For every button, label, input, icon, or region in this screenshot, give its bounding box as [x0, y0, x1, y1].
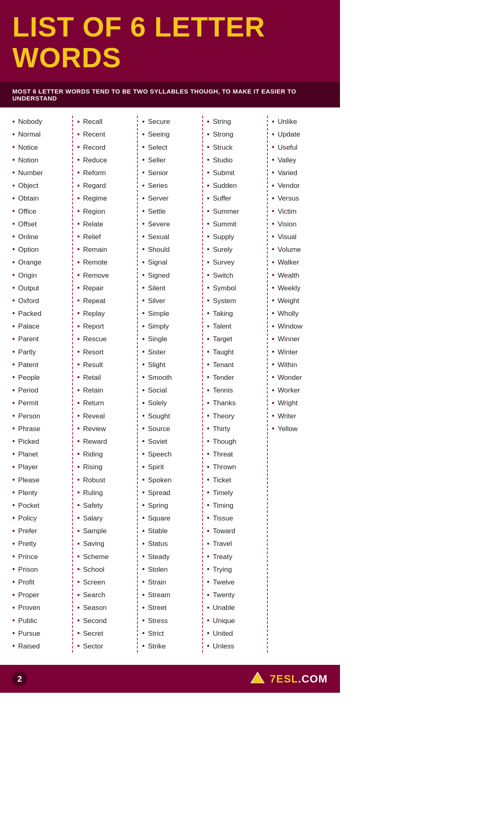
- list-item: Offset: [12, 218, 68, 231]
- list-item: Thirty: [207, 422, 263, 435]
- list-item: Single: [142, 333, 198, 346]
- list-item: Valley: [272, 154, 328, 167]
- word-list-3: SecureSeeingSelectSellerSeniorSeriesServ…: [142, 116, 198, 653]
- list-item: Summit: [207, 218, 263, 231]
- list-item: System: [207, 294, 263, 307]
- list-item: Thanks: [207, 397, 263, 410]
- word-list-2: RecallRecentRecordReduceReformRegardRegi…: [77, 116, 133, 653]
- content-area: NobodyNormalNoticeNotionNumberObjectObta…: [0, 107, 340, 661]
- logo-domain: .COM: [298, 673, 328, 685]
- list-item: Twelve: [207, 576, 263, 589]
- list-item: Object: [12, 180, 68, 192]
- list-item: Period: [12, 384, 68, 397]
- list-item: Remote: [77, 256, 133, 269]
- list-item: Signal: [142, 256, 198, 269]
- list-item: Retain: [77, 384, 133, 397]
- list-item: Person: [12, 410, 68, 422]
- list-item: Robust: [77, 474, 133, 486]
- header: LIST OF 6 LETTER WORDS: [0, 0, 340, 82]
- list-item: Safety: [77, 499, 133, 512]
- list-item: Summer: [207, 205, 263, 218]
- list-item: Spring: [142, 499, 198, 512]
- list-item: Plenty: [12, 486, 68, 499]
- list-item: Rising: [77, 461, 133, 474]
- list-item: Window: [272, 320, 328, 333]
- list-item: Symbol: [207, 282, 263, 294]
- list-item: Settle: [142, 205, 198, 218]
- list-item: Worker: [272, 384, 328, 397]
- list-item: Spoken: [142, 474, 198, 486]
- list-item: Second: [77, 614, 133, 627]
- list-item: Source: [142, 422, 198, 435]
- word-list-5: UnlikeUpdateUsefulValleyVariedVendorVers…: [272, 116, 328, 436]
- list-item: Scheme: [77, 550, 133, 563]
- list-item: Review: [77, 422, 133, 435]
- list-item: Winner: [272, 333, 328, 346]
- list-item: Wealth: [272, 269, 328, 282]
- list-item: Unless: [207, 640, 263, 653]
- list-item: Street: [142, 602, 198, 614]
- list-item: Number: [12, 167, 68, 179]
- list-item: Permit: [12, 397, 68, 410]
- list-item: Writer: [272, 410, 328, 422]
- list-item: Riding: [77, 448, 133, 461]
- list-item: Soviet: [142, 435, 198, 448]
- list-item: Origin: [12, 269, 68, 282]
- list-item: Suffer: [207, 192, 263, 205]
- logo-highlight: 7ESL: [270, 673, 298, 685]
- list-item: Stress: [142, 614, 198, 627]
- list-item: Supply: [207, 231, 263, 243]
- list-item: Obtain: [12, 192, 68, 205]
- list-item: Pretty: [12, 538, 68, 550]
- list-item: Picked: [12, 435, 68, 448]
- list-item: Timely: [207, 486, 263, 499]
- list-item: United: [207, 627, 263, 640]
- list-item: Secure: [142, 116, 198, 128]
- list-item: Replay: [77, 307, 133, 320]
- list-item: Simply: [142, 320, 198, 333]
- list-item: Simple: [142, 307, 198, 320]
- list-item: Raised: [12, 640, 68, 653]
- page-number: 2: [12, 671, 27, 686]
- list-item: Theory: [207, 410, 263, 422]
- list-item: Normal: [12, 128, 68, 141]
- word-column-3: SecureSeeingSelectSellerSeniorSeriesServ…: [138, 116, 203, 653]
- list-item: Retail: [77, 371, 133, 384]
- list-item: Vision: [272, 218, 328, 231]
- list-item: Patent: [12, 358, 68, 371]
- list-item: Travel: [207, 538, 263, 550]
- logo-icon: [249, 671, 266, 687]
- list-item: Smooth: [142, 371, 198, 384]
- list-item: Oxford: [12, 294, 68, 307]
- list-item: Screen: [77, 576, 133, 589]
- list-item: Taking: [207, 307, 263, 320]
- list-item: Silent: [142, 282, 198, 294]
- list-item: Treaty: [207, 550, 263, 563]
- list-item: Trying: [207, 563, 263, 576]
- list-item: Pursue: [12, 627, 68, 640]
- list-item: Ticket: [207, 474, 263, 486]
- list-item: Salary: [77, 512, 133, 525]
- list-item: Versus: [272, 192, 328, 205]
- list-item: Strain: [142, 576, 198, 589]
- word-column-1: NobodyNormalNoticeNotionNumberObjectObta…: [8, 116, 73, 653]
- list-item: Volume: [272, 243, 328, 256]
- list-item: Steady: [142, 550, 198, 563]
- list-item: Public: [12, 614, 68, 627]
- svg-rect-1: [255, 680, 260, 683]
- list-item: Output: [12, 282, 68, 294]
- list-item: Nobody: [12, 116, 68, 128]
- list-item: Target: [207, 333, 263, 346]
- list-item: Pocket: [12, 499, 68, 512]
- list-item: Weight: [272, 294, 328, 307]
- list-item: Walker: [272, 256, 328, 269]
- list-item: Timing: [207, 499, 263, 512]
- list-item: Unique: [207, 614, 263, 627]
- list-item: Stable: [142, 525, 198, 538]
- list-item: Reveal: [77, 410, 133, 422]
- list-item: Repair: [77, 282, 133, 294]
- list-item: Sector: [77, 640, 133, 653]
- list-item: Report: [77, 320, 133, 333]
- list-item: Result: [77, 358, 133, 371]
- list-item: Ruling: [77, 486, 133, 499]
